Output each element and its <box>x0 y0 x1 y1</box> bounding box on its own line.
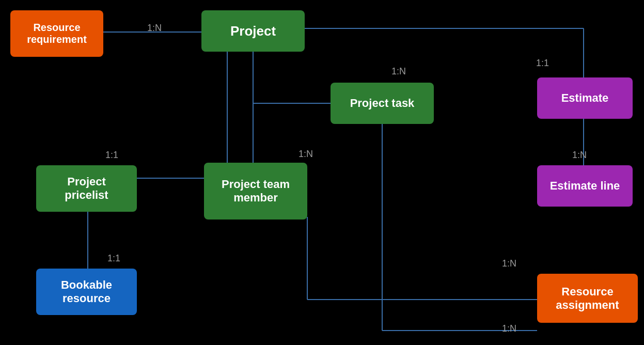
project-node: Project <box>201 10 305 52</box>
rel-task-to-assignment: 1:N <box>502 323 516 334</box>
project-label: Project <box>230 23 276 39</box>
rel-project-to-team: 1:N <box>299 149 313 160</box>
estimate-line-node: Estimate line <box>537 165 633 207</box>
rel-team-to-assignment: 1:N <box>502 258 516 269</box>
project-team-member-node: Project team member <box>204 163 307 219</box>
project-pricelist-node: Project pricelist <box>36 165 137 212</box>
rel-project-to-estimate: 1:1 <box>536 58 549 69</box>
bookable-resource-label: Bookable resource <box>61 278 112 305</box>
rel-rr-to-project: 1:N <box>147 23 162 34</box>
estimate-label: Estimate <box>561 91 609 105</box>
bookable-resource-node: Bookable resource <box>36 269 137 315</box>
rel-project-to-task: 1:N <box>391 66 406 77</box>
estimate-node: Estimate <box>537 77 633 119</box>
resource-requirement-node: Resource requirement <box>10 10 103 57</box>
rel-estimate-to-line: 1:N <box>572 150 587 161</box>
rel-pricelist-to-bookable: 1:1 <box>107 253 120 264</box>
project-task-node: Project task <box>331 83 434 124</box>
project-team-member-label: Project team member <box>222 178 290 205</box>
estimate-line-label: Estimate line <box>550 179 620 193</box>
resource-assignment-node: Resource assignment <box>537 274 638 323</box>
rel-project-to-pricelist: 1:1 <box>105 150 118 161</box>
resource-requirement-label: Resource requirement <box>27 22 87 45</box>
project-task-label: Project task <box>350 97 415 110</box>
resource-assignment-label: Resource assignment <box>556 285 619 312</box>
project-pricelist-label: Project pricelist <box>65 175 108 202</box>
